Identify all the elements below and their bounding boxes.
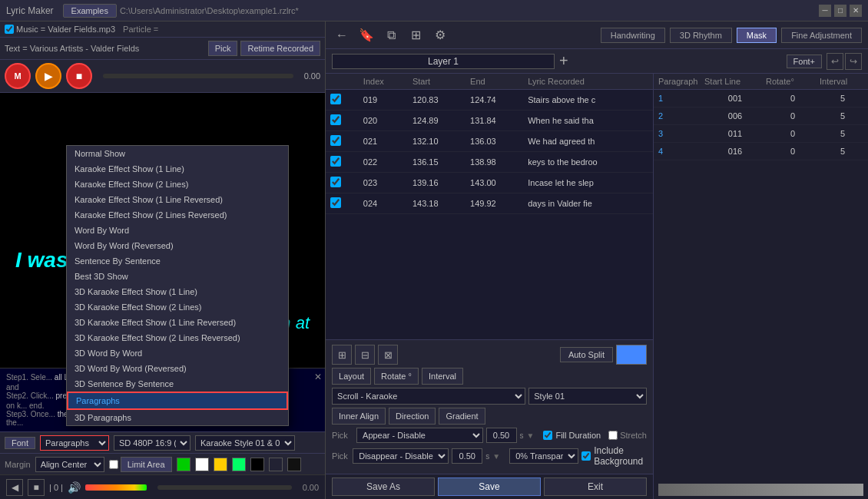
dropdown-item-9[interactable]: 3D Karaoke Effect Show (1 Line) xyxy=(67,284,288,299)
style01-select[interactable]: Style 01 xyxy=(528,388,647,405)
layout-button[interactable]: Layout xyxy=(332,368,371,385)
row-check-3[interactable] xyxy=(326,152,359,173)
inner-align-button[interactable]: Inner Align xyxy=(332,408,386,425)
pick-time-2[interactable] xyxy=(452,448,482,464)
interval-button[interactable]: Interval xyxy=(422,368,463,385)
stretch-checkbox[interactable] xyxy=(608,431,618,440)
table-row[interactable]: 019 120.83 124.74 Stairs above the c xyxy=(326,90,653,111)
table-row[interactable]: 020 124.89 131.84 When he said tha xyxy=(326,111,653,131)
dropdown-item-15[interactable]: 3D Sentence By Sentence xyxy=(67,376,288,392)
dropdown-item-8[interactable]: Best 3D Show xyxy=(67,269,288,284)
para-row[interactable]: 3 011 0 5 xyxy=(654,125,868,143)
play-button[interactable]: ▶ xyxy=(35,63,61,89)
para-row[interactable]: 1 001 0 5 xyxy=(654,90,868,107)
mask-tab[interactable]: Mask xyxy=(737,28,777,43)
auto-split-button[interactable]: Auto Split xyxy=(560,347,613,362)
dropdown-item-13[interactable]: 3D Word By Word xyxy=(67,345,288,361)
swatch-green2[interactable] xyxy=(232,458,246,471)
dropdown-item-16[interactable]: Paragraphs xyxy=(67,392,288,410)
direction-button[interactable]: Direction xyxy=(389,408,436,425)
table-row[interactable]: 021 132.10 136.03 We had agreed th xyxy=(326,131,653,152)
dropdown-item-11[interactable]: 3D Karaoke Effect Show (1 Line Reversed) xyxy=(67,315,288,330)
dropdown-item-5[interactable]: Word By Word xyxy=(67,223,288,238)
swatch-black2[interactable] xyxy=(287,458,301,471)
dropdown-item-1[interactable]: Karaoke Effect Show (1 Line) xyxy=(67,161,288,177)
table-row[interactable]: 023 139.16 143.00 Incase let he slep xyxy=(326,173,653,193)
retime-button[interactable]: Retime Recorded xyxy=(240,41,320,56)
stop-pb-button[interactable]: ■ xyxy=(28,479,45,496)
gradient-button[interactable]: Gradient xyxy=(439,408,485,425)
m-button[interactable]: M xyxy=(5,63,31,89)
close-button[interactable]: ✕ xyxy=(850,5,862,17)
dropdown-item-6[interactable]: Word By Word (Reversed) xyxy=(67,238,288,253)
include-bg-checkbox[interactable] xyxy=(581,451,591,461)
align-select[interactable]: Align Center xyxy=(35,457,104,472)
font-button[interactable]: Font xyxy=(5,437,35,449)
music-checkbox-label[interactable]: Music = Valder Fields.mp3 xyxy=(5,25,115,34)
pick-button[interactable]: Pick xyxy=(208,41,238,56)
minimize-button[interactable]: ─ xyxy=(819,5,831,17)
music-checkbox[interactable] xyxy=(5,25,14,34)
redo-button[interactable]: ↪ xyxy=(845,53,862,70)
dropdown-item-14[interactable]: 3D Word By Word (Reversed) xyxy=(67,361,288,376)
rhythm-tab[interactable]: 3D Rhythm xyxy=(670,28,732,43)
link-icon[interactable]: ⧉ xyxy=(381,25,401,45)
dropdown-item-3[interactable]: Karaoke Effect Show (1 Line Reversed) xyxy=(67,192,288,207)
row-check-5[interactable] xyxy=(326,193,359,214)
back-icon[interactable]: ← xyxy=(332,25,352,45)
dropdown-item-17[interactable]: 3D Paragraphs xyxy=(67,410,288,425)
handwriting-tab[interactable]: Handwriting xyxy=(601,28,665,43)
pick-select-1[interactable]: Appear - Disable xyxy=(356,428,483,443)
dropdown-item-2[interactable]: Karaoke Effect Show (2 Lines) xyxy=(67,177,288,192)
font-select[interactable]: Paragraphs xyxy=(40,435,109,451)
add-layer-button[interactable]: + xyxy=(559,52,568,70)
swatch-black[interactable] xyxy=(250,458,264,471)
table-row[interactable]: 022 136.15 138.98 keys to the bedroo xyxy=(326,152,653,173)
step-close-icon[interactable]: ✕ xyxy=(314,372,322,382)
font-plus-button[interactable]: Font+ xyxy=(787,55,822,68)
row-check-0[interactable] xyxy=(326,90,359,111)
dropdown-item-0[interactable]: Normal Show xyxy=(67,146,288,161)
bookmark-icon[interactable]: 🔖 xyxy=(356,25,376,45)
swatch-dark[interactable] xyxy=(269,458,283,471)
exit-button[interactable]: Exit xyxy=(544,478,647,496)
row-check-1[interactable] xyxy=(326,111,359,131)
style-select[interactable]: Karaoke Style 01 & 01 xyxy=(195,435,295,451)
dropdown-item-12[interactable]: 3D Karaoke Effect Show (2 Lines Reversed… xyxy=(67,330,288,345)
para-row[interactable]: 4 016 0 5 xyxy=(654,143,868,160)
prev-button[interactable]: ◀ xyxy=(6,479,23,496)
scroll-select[interactable]: Scroll - Karaoke xyxy=(332,388,525,405)
maximize-button[interactable]: □ xyxy=(834,5,846,17)
transpare-select[interactable]: 0% Transpare xyxy=(509,448,578,464)
stop-button[interactable]: ■ xyxy=(66,63,92,89)
limit-area-checkbox[interactable] xyxy=(109,460,118,469)
dropdown-item-7[interactable]: Sentence By Sentence xyxy=(67,253,288,269)
icon-ctrl-2[interactable]: ⊟ xyxy=(355,345,375,365)
volume-bar[interactable] xyxy=(85,484,147,491)
color-swatch-blue[interactable] xyxy=(616,345,647,365)
fill-dur-checkbox[interactable] xyxy=(543,431,552,440)
playback-progress[interactable] xyxy=(157,485,292,490)
swatch-green[interactable] xyxy=(177,458,190,471)
save-as-button[interactable]: Save As xyxy=(332,478,435,496)
icon-ctrl-3[interactable]: ⊠ xyxy=(378,345,398,365)
progress-bar[interactable] xyxy=(103,74,293,78)
lyric-table-container[interactable]: Index Start End Lyric Recorded 019 120.8… xyxy=(326,74,653,339)
pick-select-2[interactable]: Disappear - Disable xyxy=(353,448,449,464)
limit-area-button[interactable]: Limit Area xyxy=(121,457,172,472)
dropdown-item-4[interactable]: Karaoke Effect Show (2 Lines Reversed) xyxy=(67,207,288,223)
swatch-yellow[interactable] xyxy=(214,458,227,471)
icon-ctrl-1[interactable]: ⊞ xyxy=(332,345,352,365)
link2-icon[interactable]: ⊞ xyxy=(406,25,426,45)
row-check-2[interactable] xyxy=(326,131,359,152)
save-button[interactable]: Save xyxy=(438,478,541,496)
fine-adj-tab[interactable]: Fine Adjustment xyxy=(781,28,862,43)
rotate-button[interactable]: Rotate ° xyxy=(374,368,419,385)
examples-button[interactable]: Examples xyxy=(63,4,117,18)
para-row[interactable]: 2 006 0 5 xyxy=(654,107,868,125)
dropdown-item-10[interactable]: 3D Karaoke Effect Show (2 Lines) xyxy=(67,299,288,315)
undo-button[interactable]: ↩ xyxy=(827,53,843,70)
row-check-4[interactable] xyxy=(326,173,359,193)
pick-time-1[interactable] xyxy=(486,428,517,443)
settings-icon[interactable]: ⚙ xyxy=(430,25,450,45)
